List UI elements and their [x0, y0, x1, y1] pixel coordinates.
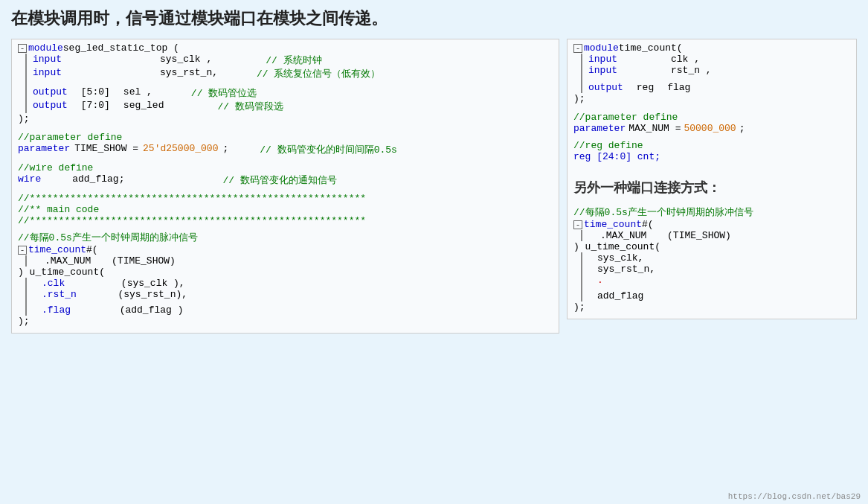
left-inst-footer: );	[18, 316, 553, 327]
right-port-2: input rst_n ,	[588, 65, 850, 76]
content-row: - module seg_led_static_top ( input sys_…	[11, 39, 857, 334]
left-port-clk: .clk (sys_clk ),	[42, 278, 553, 289]
left-module-footer: );	[18, 113, 553, 124]
left-instance-header: - time_count #(	[18, 244, 553, 255]
right-inst-ports: sys_clk, sys_rst_n, . add_flag	[581, 252, 850, 302]
left-panel-inner: - module seg_led_static_top ( input sys_…	[12, 39, 559, 333]
left-divider-1: //**************************************…	[18, 193, 553, 204]
right-instance-header: - time_count #(	[573, 219, 850, 230]
left-module-name: seg_led_static_top (	[63, 42, 179, 54]
left-inst-param: .MAX_NUM (TIME_SHOW)	[33, 255, 553, 267]
page-title: 在模块调用时，信号通过模块端口在模块之间传递。	[11, 7, 857, 30]
right-panel: - module time_count( input clk , input	[567, 39, 857, 319]
left-panel: - module seg_led_static_top ( input sys_…	[11, 39, 559, 334]
right-inst-param: .MAX_NUM (TIME_SHOW)	[588, 230, 850, 241]
left-port-rst: .rst_n (sys_rst_n),	[42, 289, 553, 300]
left-port-2: input sys_rst_n, // 系统复位信号（低有效）	[33, 67, 553, 80]
collapse-icon-left-inst[interactable]: -	[18, 246, 27, 255]
left-port-1: input sys_clk , // 系统时钟	[33, 54, 553, 67]
right-module-header: - module time_count(	[573, 42, 850, 54]
right-inst-conn: ) u_time_count(	[573, 241, 850, 252]
right-port-1: input clk ,	[588, 54, 850, 65]
collapse-icon-right-inst[interactable]: -	[573, 220, 582, 229]
page-container: 在模块调用时，信号通过模块端口在模块之间传递。 - module seg_led…	[0, 0, 868, 504]
right-module-footer: );	[573, 93, 850, 104]
left-wire-line: wire add_flag; // 数码管变化的通知信号	[18, 173, 553, 187]
right-param-comment: //parameter define	[573, 112, 850, 123]
left-module-body: input sys_clk , // 系统时钟 input sys_rst_n,…	[25, 54, 553, 113]
right-panel-inner: - module time_count( input clk , input	[568, 39, 856, 319]
left-module-header: - module seg_led_static_top (	[18, 42, 553, 54]
right-reg-comment: //reg define	[573, 140, 850, 151]
left-divider-3: //**************************************…	[18, 215, 553, 226]
left-inst-conn: ) u_time_count(	[18, 267, 553, 278]
left-port-flag: .flag (add_flag )	[42, 304, 553, 316]
right-port-add-flag: add_flag	[597, 290, 850, 302]
right-inst-footer: );	[573, 302, 850, 313]
right-param-line: parameter MAX_NUM = 50000_000 ;	[573, 123, 850, 134]
left-instance-body: .MAX_NUM (TIME_SHOW)	[25, 255, 553, 267]
left-module-header-kw: module	[28, 42, 63, 54]
left-port-4: output [7:0] seg_led // 数码管段选	[33, 100, 553, 113]
right-port-3: output reg flag	[588, 82, 850, 93]
left-param-comment: //parameter define	[18, 132, 553, 143]
right-section-label: 另外一种端口连接方式：	[573, 174, 850, 201]
right-port-sys-clk: sys_clk,	[597, 252, 850, 264]
left-wire-comment: //wire define	[18, 162, 553, 173]
right-port-dot: .	[597, 275, 850, 286]
right-module-body: input clk , input rst_n , output	[581, 54, 850, 93]
right-note-comment: //每隔0.5s产生一个时钟周期的脉冲信号	[573, 205, 850, 219]
left-note-comment: //每隔0.5s产生一个时钟周期的脉冲信号	[18, 231, 553, 244]
right-reg-line: reg [24:0] cnt;	[573, 151, 850, 162]
collapse-icon-right[interactable]: -	[573, 44, 582, 53]
left-inst-ports: .clk (sys_clk ), .rst_n (sys_rst_n), .fl…	[25, 278, 553, 316]
left-divider-2: //** main code	[18, 204, 553, 215]
page-url: https://blog.csdn.net/bas29	[728, 492, 861, 501]
collapse-icon-left[interactable]: -	[18, 44, 27, 53]
right-port-sys-rst: sys_rst_n,	[597, 264, 850, 275]
right-instance-params: .MAX_NUM (TIME_SHOW)	[581, 230, 850, 241]
left-port-3: output [5:0] sel , // 数码管位选	[33, 86, 553, 100]
left-param-line: parameter TIME_SHOW = 25'd25000_000 ; //…	[18, 143, 553, 156]
